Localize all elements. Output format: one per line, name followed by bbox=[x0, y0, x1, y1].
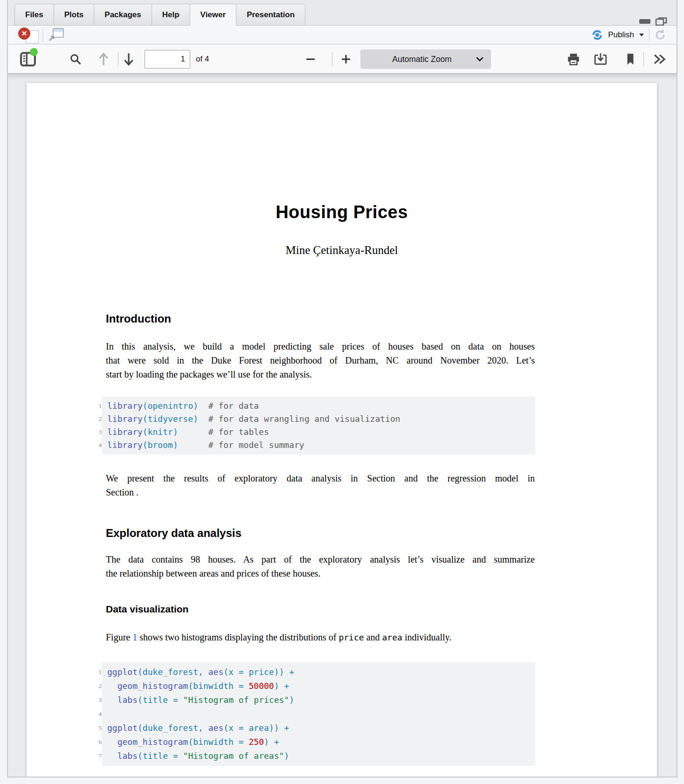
clear-viewer-button[interactable]: ✕ bbox=[18, 28, 40, 43]
refresh-icon[interactable] bbox=[654, 29, 666, 41]
code-line: 3library(knitr) # for tables bbox=[107, 426, 535, 439]
figure-link[interactable]: 1 bbox=[132, 632, 137, 642]
tab-plots[interactable]: Plots bbox=[54, 4, 95, 25]
pane-minimize-icon[interactable] bbox=[639, 18, 651, 25]
code-line: 5ggplot(duke_forest, aes(x = area)) + bbox=[107, 721, 535, 735]
pdf-toolbar: of 4 Automatic Zoom bbox=[8, 45, 677, 74]
code-line: 4library(broom) # for model summary bbox=[107, 439, 535, 452]
line-number: 6 bbox=[91, 735, 102, 749]
next-page-button[interactable] bbox=[121, 50, 137, 68]
tab-help[interactable]: Help bbox=[152, 4, 190, 25]
bookmark-button[interactable] bbox=[623, 51, 637, 67]
line-number: 1 bbox=[91, 665, 102, 679]
publish-caret-icon[interactable] bbox=[639, 33, 644, 37]
code-line: 7 labs(title = "Histogram of areas") bbox=[107, 749, 535, 763]
print-button[interactable] bbox=[565, 51, 582, 68]
chevron-down-icon bbox=[476, 57, 484, 62]
bookmark-icon bbox=[625, 53, 636, 66]
eda-paragraph: The data contains 98 houses. As part of … bbox=[106, 552, 535, 580]
arrow-down-icon bbox=[123, 52, 135, 67]
inline-code-price: price bbox=[339, 633, 364, 642]
previous-page-button[interactable] bbox=[96, 50, 111, 68]
zoom-select[interactable]: Automatic Zoom bbox=[360, 49, 491, 69]
tab-packages[interactable]: Packages bbox=[94, 4, 152, 25]
line-number: 5 bbox=[91, 721, 102, 735]
present-paragraph: We present the results of exploratory da… bbox=[106, 471, 535, 499]
pdf-viewport[interactable]: Housing Prices Mine Çetinkaya-Rundel Int… bbox=[8, 74, 677, 777]
document-title: Housing Prices bbox=[27, 202, 657, 222]
printer-icon bbox=[567, 52, 580, 66]
line-number: 1 bbox=[91, 399, 102, 413]
line-number: 3 bbox=[91, 426, 102, 439]
code-line: 1library(openintro) # for data bbox=[107, 399, 535, 413]
figure-paragraph: Figure 1 shows two histograms displaying… bbox=[106, 630, 535, 645]
line-number: 4 bbox=[91, 707, 102, 721]
arrow-up-icon bbox=[97, 52, 110, 67]
popout-arrow-icon bbox=[48, 34, 56, 42]
code-block-libraries: 1library(openintro) # for data2library(t… bbox=[102, 397, 535, 454]
tab-presentation[interactable]: Presentation bbox=[236, 4, 305, 25]
heading-data-visualization: Data visualization bbox=[106, 604, 188, 615]
code-line: 6 geom_histogram(binwidth = 250) + bbox=[107, 735, 535, 749]
plus-icon bbox=[340, 54, 352, 65]
toolbar-divider bbox=[643, 52, 644, 66]
download-button[interactable] bbox=[592, 51, 609, 68]
line-number: 4 bbox=[91, 439, 102, 452]
page-count-label: of 4 bbox=[196, 45, 209, 74]
publish-icon bbox=[591, 29, 603, 41]
toolbar-divider bbox=[118, 52, 118, 66]
page-number-input[interactable] bbox=[145, 50, 190, 69]
intro-paragraph: In this analysis, we build a model predi… bbox=[106, 339, 535, 381]
viewer-toolbar: ✕ Publish bbox=[8, 26, 677, 44]
line-number: 3 bbox=[91, 693, 102, 707]
heading-introduction: Introduction bbox=[106, 312, 171, 325]
toolbar-divider bbox=[649, 28, 649, 41]
save-icon bbox=[594, 52, 608, 66]
tab-viewer[interactable]: Viewer bbox=[190, 4, 237, 26]
code-line: 4 bbox=[107, 707, 535, 721]
toolbar-divider bbox=[42, 28, 43, 41]
toolbar-divider bbox=[332, 52, 332, 66]
more-tools-button[interactable] bbox=[650, 51, 669, 67]
code-block-ggplot: 1ggplot(duke_forest, aes(x = price)) +2 … bbox=[102, 662, 535, 766]
heading-eda: Exploratory data analysis bbox=[106, 527, 242, 540]
line-number: 2 bbox=[91, 413, 102, 426]
zoom-select-label: Automatic Zoom bbox=[368, 55, 476, 64]
pdf-page: Housing Prices Mine Çetinkaya-Rundel Int… bbox=[27, 83, 657, 777]
code-line: 3 labs(title = "Histogram of prices") bbox=[107, 693, 535, 707]
publish-button[interactable]: Publish bbox=[608, 30, 634, 40]
notification-dot-icon bbox=[30, 48, 38, 56]
open-in-new-window-button[interactable] bbox=[49, 28, 64, 42]
pane-tab-bar: Files Plots Packages Help Viewer Present… bbox=[8, 0, 677, 26]
zoom-in-button[interactable] bbox=[338, 51, 354, 67]
zoom-out-button[interactable] bbox=[303, 51, 318, 67]
document-author: Mine Çetinkaya-Rundel bbox=[27, 244, 657, 257]
line-number: 7 bbox=[91, 749, 102, 763]
tab-files[interactable]: Files bbox=[14, 4, 54, 25]
viewer-pane: Files Plots Packages Help Viewer Present… bbox=[8, 0, 677, 777]
line-number: 2 bbox=[91, 679, 102, 693]
pane-maximize-icon[interactable] bbox=[655, 17, 667, 26]
code-line: 2 geom_histogram(binwidth = 50000) + bbox=[107, 679, 535, 693]
code-line: 1ggplot(duke_forest, aes(x = price)) + bbox=[107, 665, 535, 679]
toggle-sidebar-button[interactable] bbox=[17, 49, 39, 69]
double-chevron-right-icon bbox=[653, 54, 667, 65]
close-icon: ✕ bbox=[18, 28, 30, 40]
inline-code-area: area bbox=[382, 633, 402, 642]
minus-icon bbox=[305, 54, 316, 65]
code-line: 2library(tidyverse) # for data wrangling… bbox=[107, 413, 535, 426]
search-button[interactable] bbox=[68, 51, 83, 67]
